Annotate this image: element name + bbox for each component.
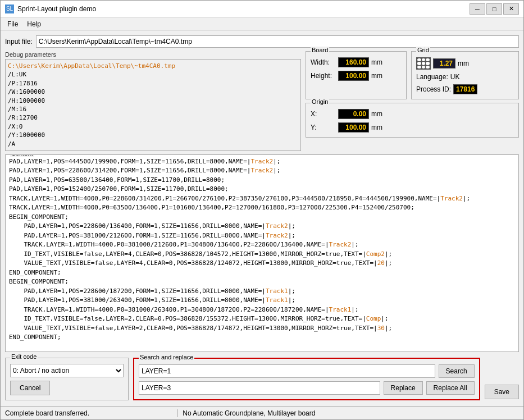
- grid-dot-4: [417, 62, 421, 65]
- content-line-19: VALUE_TEXT,VISIBLE=false,LAYER=2,CLEAR=0…: [9, 324, 515, 334]
- content-line-16: PAD,LAYER=1,POS=381000/263400,FORM=1,SIZ…: [9, 296, 515, 305]
- debug-line-8: /X:0: [8, 122, 298, 131]
- input-file-field[interactable]: [36, 35, 519, 48]
- content-line-15: PAD,LAYER=1,POS=228600/187200,FORM=1,SIZ…: [9, 287, 515, 296]
- board-height-row: Height: 100.00 mm: [311, 71, 402, 81]
- exit-code-label: Exit code: [10, 353, 38, 360]
- content-line-17: TRACK,LAYER=1,WIDTH=4000,P0=381000/26340…: [9, 305, 515, 315]
- status-right: No Automatic Groundplane, Multilayer boa…: [178, 409, 523, 417]
- right-panels: Board Width: 160.00 mm Height: 100.00 mm: [306, 51, 519, 151]
- origin-y-label: Y:: [311, 124, 336, 131]
- debug-line-5: /H:1000000: [8, 97, 298, 105]
- menu-help[interactable]: Help: [22, 19, 45, 29]
- menu-bar: File Help: [1, 17, 523, 31]
- grid-dot-8: [422, 66, 426, 69]
- search-input[interactable]: [139, 364, 435, 378]
- content-line-10: TRACK,LAYER=1,WIDTH=4000,P0=381000/21260…: [9, 240, 515, 250]
- main-window: SL Sprint-Layout plugin demo ─ □ ✕ File …: [0, 0, 524, 420]
- content-line-3: PAD,LAYER=1,POS=63500/136400,FORM=1,SIZE…: [9, 176, 515, 185]
- grid-value-row: 1.27 mm: [416, 57, 514, 70]
- content-line-13: END_COMPONENT;: [9, 268, 515, 278]
- content-line-9: PAD,LAYER=1,POS=381000/212600,FORM=1,SIZ…: [9, 231, 515, 241]
- grid-dot-2: [422, 58, 426, 61]
- board-group: Board Width: 160.00 mm Height: 100.00 mm: [306, 51, 407, 99]
- board-width-row: Width: 160.00 mm: [311, 57, 402, 67]
- search-replace-label: Search and replace: [139, 354, 194, 360]
- content-line-14: BEGIN_COMPONENT;: [9, 277, 515, 287]
- board-height-label: Height:: [311, 72, 336, 80]
- title-bar-left: SL Sprint-Layout plugin demo: [5, 4, 96, 13]
- replace-input[interactable]: [139, 381, 380, 395]
- grid-group: Grid: [411, 51, 519, 99]
- board-width-value: 160.00: [338, 57, 369, 67]
- origin-x-unit: mm: [371, 110, 382, 118]
- debug-section: Debug parameters C:\Users\Kerim\AppData\…: [5, 51, 301, 151]
- debug-line-4: /W:1600000: [8, 88, 298, 96]
- debug-line-6: /M:16: [8, 105, 298, 113]
- debug-wrapper[interactable]: C:\Users\Kerim\AppData\Local\Temp\~tm4CA…: [5, 59, 301, 151]
- origin-y-value: 100.00: [338, 122, 369, 133]
- content-line-5: TRACK,LAYER=1,WIDTH=4000,P0=228600/31420…: [9, 194, 515, 204]
- minimize-button[interactable]: ─: [470, 3, 485, 15]
- replace-row: Replace Replace All: [139, 381, 475, 395]
- grid-dot-9: [426, 66, 430, 69]
- origin-y-row: Y: 100.00 mm: [311, 122, 514, 133]
- window-title: Sprint-Layout plugin demo: [17, 5, 96, 13]
- menu-file[interactable]: File: [3, 19, 22, 29]
- content-line-2: PAD,LAYER=1,POS=228600/314200,FORM=1,SIZ…: [9, 166, 515, 176]
- debug-content: C:\Users\Kerim\AppData\Local\Temp\~tm4CA…: [6, 60, 300, 150]
- exit-code-dropdown[interactable]: 0: Abort / no action 1: Save and exit 2:…: [10, 364, 124, 377]
- grid-dot-3: [426, 58, 430, 61]
- board-grid-row: Board Width: 160.00 mm Height: 100.00 mm: [306, 51, 519, 99]
- content-line-1: PAD,LAYER=1,POS=444500/199900,FORM=1,SIZ…: [9, 157, 515, 167]
- debug-line-3: /P:17816: [8, 79, 298, 88]
- exit-dropdown-row: 0: Abort / no action 1: Save and exit 2:…: [10, 364, 124, 377]
- debug-label: Debug parameters: [5, 51, 301, 58]
- app-icon: SL: [5, 4, 14, 13]
- language-label: Language:: [416, 73, 448, 81]
- content-text[interactable]: PAD,LAYER=1,POS=444500/199900,FORM=1,SIZ…: [6, 155, 518, 351]
- debug-line-10: /A: [8, 140, 298, 148]
- debug-line-9: /Y:1000000: [8, 131, 298, 139]
- grid-dot-5: [422, 62, 426, 65]
- grid-label: Grid: [416, 47, 430, 53]
- origin-label: Origin: [311, 98, 329, 105]
- board-width-unit: mm: [371, 58, 382, 66]
- grid-value: 1.27: [433, 58, 455, 69]
- input-file-row: Input file:: [5, 35, 519, 48]
- content-line-4: PAD,LAYER=1,POS=152400/250700,FORM=1,SIZ…: [9, 185, 515, 194]
- debug-line-7: /R:12700: [8, 113, 298, 122]
- origin-y-unit: mm: [371, 124, 382, 131]
- grid-dot-6: [426, 62, 430, 65]
- content-line-20: END_COMPONENT;: [9, 333, 515, 343]
- maximize-button[interactable]: □: [486, 3, 502, 15]
- close-button[interactable]: ✕: [503, 3, 519, 15]
- exit-code-group: Exit code 0: Abort / no action 1: Save a…: [5, 358, 129, 400]
- board-height-value: 100.00: [338, 71, 369, 81]
- process-value: 17816: [453, 84, 477, 94]
- replace-all-button[interactable]: Replace All: [426, 381, 475, 395]
- content-line-18: ID_TEXT,VISIBLE=false,LAYER=2,CLEAR=0,PO…: [9, 314, 515, 324]
- search-row: Search: [139, 364, 475, 378]
- grid-icon[interactable]: [416, 57, 431, 70]
- search-button[interactable]: Search: [439, 364, 475, 378]
- replace-button[interactable]: Replace: [384, 381, 423, 395]
- content-group-label: Content: [10, 154, 34, 157]
- content-line-12: VALUE_TEXT,VISIBLE=false,LAYER=4,CLEAR=0…: [9, 259, 515, 268]
- content-area: Input file: Debug parameters C:\Users\Ke…: [1, 31, 523, 406]
- content-line-7: BEGIN_COMPONENT;: [9, 213, 515, 222]
- board-label: Board: [311, 47, 329, 53]
- status-bar: Complete board transferred. No Automatic…: [1, 406, 523, 419]
- save-button[interactable]: Save: [485, 385, 519, 399]
- cancel-button[interactable]: Cancel: [10, 381, 50, 395]
- board-width-label: Width:: [311, 58, 336, 66]
- origin-group: Origin X: 0.00 mm Y: 100.00 mm: [306, 103, 519, 138]
- grid-dot-7: [417, 66, 421, 69]
- origin-x-value: 0.00: [338, 109, 369, 119]
- bottom-area: Exit code 0: Abort / no action 1: Save a…: [5, 355, 519, 401]
- content-line-6: TRACK,LAYER=1,WIDTH=4000,P0=63500/136400…: [9, 203, 515, 213]
- board-height-unit: mm: [371, 72, 382, 80]
- grid-dot-1: [417, 58, 421, 61]
- debug-line-2: /L:UK: [8, 70, 298, 79]
- title-bar-buttons: ─ □ ✕: [470, 3, 519, 15]
